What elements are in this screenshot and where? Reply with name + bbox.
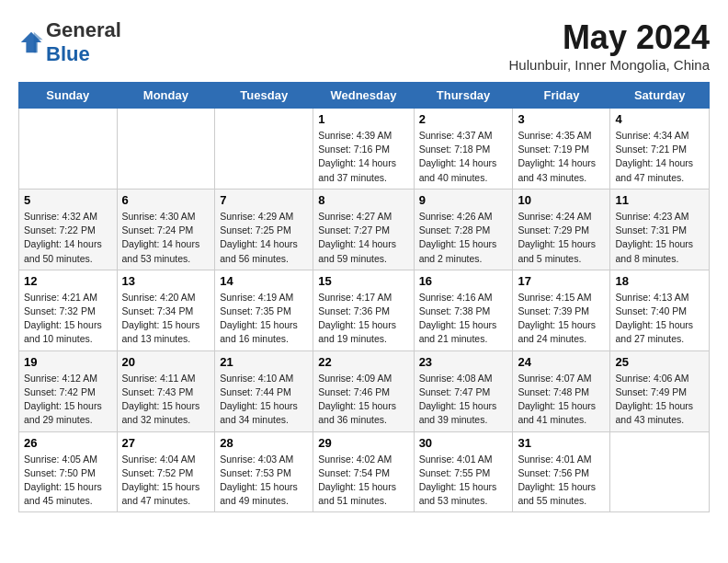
day-info: Sunrise: 4:34 AMSunset: 7:21 PMDaylight:…	[615, 129, 704, 185]
day-number: 14	[220, 274, 308, 288]
calendar-cell: 4Sunrise: 4:34 AMSunset: 7:21 PMDaylight…	[610, 109, 710, 190]
calendar-cell: 10Sunrise: 4:24 AMSunset: 7:29 PMDayligh…	[513, 189, 610, 270]
header-row: SundayMondayTuesdayWednesdayThursdayFrid…	[19, 83, 710, 109]
day-info: Sunrise: 4:02 AMSunset: 7:54 PMDaylight:…	[318, 453, 408, 509]
calendar-cell: 22Sunrise: 4:09 AMSunset: 7:46 PMDayligh…	[313, 350, 414, 431]
calendar-header: SundayMondayTuesdayWednesdayThursdayFrid…	[19, 83, 710, 109]
day-info: Sunrise: 4:09 AMSunset: 7:46 PMDaylight:…	[318, 372, 408, 428]
calendar-body: 1Sunrise: 4:39 AMSunset: 7:16 PMDaylight…	[19, 109, 710, 512]
calendar-cell	[215, 109, 313, 190]
header-wednesday: Wednesday	[313, 83, 414, 109]
day-info: Sunrise: 4:10 AMSunset: 7:44 PMDaylight:…	[220, 372, 308, 428]
title-block: May 2024 Hulunbuir, Inner Mongolia, Chin…	[509, 18, 710, 73]
calendar-cell: 2Sunrise: 4:37 AMSunset: 7:18 PMDaylight…	[414, 109, 513, 190]
day-number: 28	[220, 436, 308, 450]
logo-general-text: General	[46, 18, 121, 41]
calendar-cell: 12Sunrise: 4:21 AMSunset: 7:32 PMDayligh…	[19, 270, 118, 350]
week-row-1: 1Sunrise: 4:39 AMSunset: 7:16 PMDaylight…	[19, 109, 710, 190]
calendar-cell: 17Sunrise: 4:15 AMSunset: 7:39 PMDayligh…	[513, 270, 610, 350]
calendar-cell: 28Sunrise: 4:03 AMSunset: 7:53 PMDayligh…	[215, 431, 313, 512]
week-row-5: 26Sunrise: 4:05 AMSunset: 7:50 PMDayligh…	[19, 431, 710, 512]
day-number: 30	[419, 436, 508, 450]
header-thursday: Thursday	[414, 83, 513, 109]
day-info: Sunrise: 4:35 AMSunset: 7:19 PMDaylight:…	[518, 129, 605, 185]
week-row-4: 19Sunrise: 4:12 AMSunset: 7:42 PMDayligh…	[19, 350, 710, 431]
calendar-cell: 7Sunrise: 4:29 AMSunset: 7:25 PMDaylight…	[215, 189, 313, 270]
day-number: 27	[122, 436, 210, 450]
day-info: Sunrise: 4:01 AMSunset: 7:55 PMDaylight:…	[419, 453, 508, 509]
calendar-cell: 9Sunrise: 4:26 AMSunset: 7:28 PMDaylight…	[414, 189, 513, 270]
day-info: Sunrise: 4:26 AMSunset: 7:28 PMDaylight:…	[419, 210, 508, 266]
day-info: Sunrise: 4:21 AMSunset: 7:32 PMDaylight:…	[24, 291, 112, 347]
day-number: 8	[318, 193, 408, 207]
header-saturday: Saturday	[610, 83, 710, 109]
calendar-cell: 20Sunrise: 4:11 AMSunset: 7:43 PMDayligh…	[117, 350, 215, 431]
header-monday: Monday	[117, 83, 215, 109]
logo-icon	[18, 29, 44, 55]
day-number: 24	[518, 355, 605, 369]
calendar-cell: 8Sunrise: 4:27 AMSunset: 7:27 PMDaylight…	[313, 189, 414, 270]
calendar-cell: 6Sunrise: 4:30 AMSunset: 7:24 PMDaylight…	[117, 189, 215, 270]
calendar-cell: 29Sunrise: 4:02 AMSunset: 7:54 PMDayligh…	[313, 431, 414, 512]
day-info: Sunrise: 4:03 AMSunset: 7:53 PMDaylight:…	[220, 453, 308, 509]
day-number: 31	[518, 436, 605, 450]
calendar-cell: 5Sunrise: 4:32 AMSunset: 7:22 PMDaylight…	[19, 189, 118, 270]
day-number: 12	[24, 274, 112, 288]
day-number: 21	[220, 355, 308, 369]
day-number: 18	[615, 274, 704, 288]
calendar-cell: 13Sunrise: 4:20 AMSunset: 7:34 PMDayligh…	[117, 270, 215, 350]
day-info: Sunrise: 4:11 AMSunset: 7:43 PMDaylight:…	[122, 372, 210, 428]
day-number: 6	[122, 193, 210, 207]
day-number: 22	[318, 355, 408, 369]
day-info: Sunrise: 4:24 AMSunset: 7:29 PMDaylight:…	[518, 210, 605, 266]
day-info: Sunrise: 4:37 AMSunset: 7:18 PMDaylight:…	[419, 129, 508, 185]
day-number: 13	[122, 274, 210, 288]
logo-blue-text: Blue	[46, 42, 90, 65]
calendar-cell: 19Sunrise: 4:12 AMSunset: 7:42 PMDayligh…	[19, 350, 118, 431]
calendar-table: SundayMondayTuesdayWednesdayThursdayFrid…	[18, 82, 710, 512]
calendar-cell: 23Sunrise: 4:08 AMSunset: 7:47 PMDayligh…	[414, 350, 513, 431]
logo: General Blue	[18, 18, 121, 66]
day-number: 29	[318, 436, 408, 450]
header-tuesday: Tuesday	[215, 83, 313, 109]
calendar-cell	[19, 109, 118, 190]
calendar-cell: 30Sunrise: 4:01 AMSunset: 7:55 PMDayligh…	[414, 431, 513, 512]
day-info: Sunrise: 4:16 AMSunset: 7:38 PMDaylight:…	[419, 291, 508, 347]
week-row-2: 5Sunrise: 4:32 AMSunset: 7:22 PMDaylight…	[19, 189, 710, 270]
calendar-cell: 16Sunrise: 4:16 AMSunset: 7:38 PMDayligh…	[414, 270, 513, 350]
day-info: Sunrise: 4:01 AMSunset: 7:56 PMDaylight:…	[518, 453, 605, 509]
location-subtitle: Hulunbuir, Inner Mongolia, China	[509, 57, 710, 73]
day-info: Sunrise: 4:17 AMSunset: 7:36 PMDaylight:…	[318, 291, 408, 347]
day-number: 19	[24, 355, 112, 369]
day-info: Sunrise: 4:27 AMSunset: 7:27 PMDaylight:…	[318, 210, 408, 266]
calendar-cell: 1Sunrise: 4:39 AMSunset: 7:16 PMDaylight…	[313, 109, 414, 190]
calendar-cell: 11Sunrise: 4:23 AMSunset: 7:31 PMDayligh…	[610, 189, 710, 270]
day-number: 7	[220, 193, 308, 207]
calendar-cell	[117, 109, 215, 190]
day-number: 25	[615, 355, 704, 369]
week-row-3: 12Sunrise: 4:21 AMSunset: 7:32 PMDayligh…	[19, 270, 710, 350]
page-header: General Blue May 2024 Hulunbuir, Inner M…	[18, 18, 710, 73]
day-number: 5	[24, 193, 112, 207]
day-info: Sunrise: 4:19 AMSunset: 7:35 PMDaylight:…	[220, 291, 308, 347]
day-info: Sunrise: 4:20 AMSunset: 7:34 PMDaylight:…	[122, 291, 210, 347]
day-info: Sunrise: 4:12 AMSunset: 7:42 PMDaylight:…	[24, 372, 112, 428]
header-sunday: Sunday	[19, 83, 118, 109]
calendar-cell: 31Sunrise: 4:01 AMSunset: 7:56 PMDayligh…	[513, 431, 610, 512]
day-info: Sunrise: 4:08 AMSunset: 7:47 PMDaylight:…	[419, 372, 508, 428]
day-info: Sunrise: 4:07 AMSunset: 7:48 PMDaylight:…	[518, 372, 605, 428]
day-info: Sunrise: 4:32 AMSunset: 7:22 PMDaylight:…	[24, 210, 112, 266]
day-info: Sunrise: 4:23 AMSunset: 7:31 PMDaylight:…	[615, 210, 704, 266]
day-info: Sunrise: 4:06 AMSunset: 7:49 PMDaylight:…	[615, 372, 704, 428]
calendar-cell: 27Sunrise: 4:04 AMSunset: 7:52 PMDayligh…	[117, 431, 215, 512]
day-number: 9	[419, 193, 508, 207]
day-number: 16	[419, 274, 508, 288]
day-info: Sunrise: 4:05 AMSunset: 7:50 PMDaylight:…	[24, 453, 112, 509]
svg-marker-0	[21, 32, 41, 52]
calendar-cell: 21Sunrise: 4:10 AMSunset: 7:44 PMDayligh…	[215, 350, 313, 431]
day-number: 1	[318, 112, 408, 126]
day-info: Sunrise: 4:15 AMSunset: 7:39 PMDaylight:…	[518, 291, 605, 347]
calendar-cell: 26Sunrise: 4:05 AMSunset: 7:50 PMDayligh…	[19, 431, 118, 512]
day-number: 3	[518, 112, 605, 126]
day-info: Sunrise: 4:39 AMSunset: 7:16 PMDaylight:…	[318, 129, 408, 185]
